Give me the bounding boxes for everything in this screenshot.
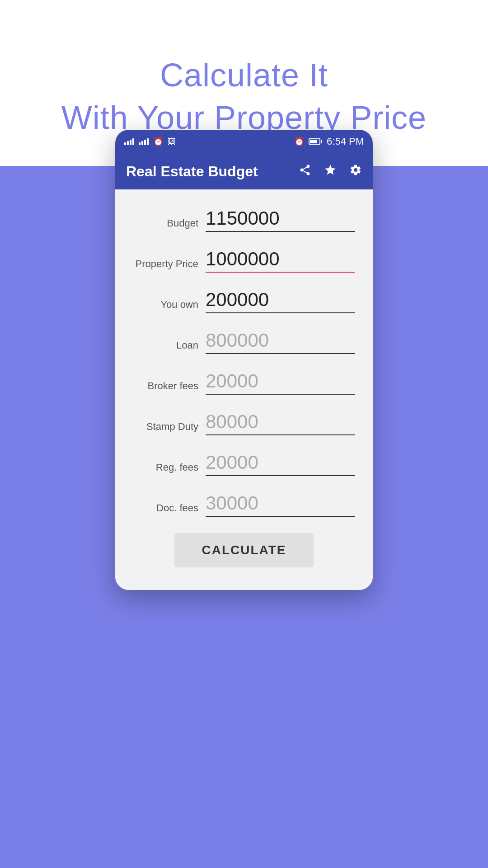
- field-input-loan: [206, 330, 355, 351]
- field-value-wrap-7: [206, 492, 355, 517]
- field-label-5: Stamp Duty: [133, 421, 206, 435]
- app-bar: Real Estate Budget: [115, 153, 373, 189]
- signal-bars-1: [124, 138, 134, 145]
- field-input-you-own[interactable]: [206, 289, 355, 311]
- field-value-wrap-2: [206, 289, 355, 313]
- share-icon[interactable]: [299, 164, 311, 179]
- status-left: ⏰ 🖼: [124, 137, 176, 146]
- alarm-icon: ⏰: [153, 137, 163, 146]
- star-icon[interactable]: [324, 164, 337, 179]
- form-row-1: Property Price: [129, 248, 359, 273]
- bottom-section: ⏰ 🖼 ⏰ 6:54 PM Real Estate Budget: [0, 166, 488, 868]
- field-input-reg.-fees: [206, 452, 355, 473]
- form-row-5: Stamp Duty: [129, 411, 359, 435]
- field-input-stamp-duty: [206, 411, 355, 433]
- field-label-4: Broker fees: [133, 380, 206, 395]
- status-bar: ⏰ 🖼 ⏰ 6:54 PM: [115, 130, 373, 153]
- field-value-wrap-5: [206, 411, 355, 435]
- headline: Calculate It With Your Property Price: [61, 54, 427, 139]
- field-value-wrap-3: [206, 330, 355, 354]
- field-input-budget[interactable]: [206, 208, 355, 229]
- field-label-7: Doc. fees: [133, 502, 206, 517]
- status-right: ⏰ 6:54 PM: [294, 136, 364, 147]
- signal-bars-2: [139, 138, 149, 145]
- form-row-0: Budget: [129, 208, 359, 232]
- field-value-wrap-4: [206, 370, 355, 395]
- settings-icon[interactable]: [349, 164, 362, 179]
- form-row-2: You own: [129, 289, 359, 313]
- field-value-wrap-0: [206, 208, 355, 232]
- field-label-3: Loan: [133, 340, 206, 354]
- calculate-button[interactable]: CALCULATE: [174, 533, 313, 567]
- field-input-property-price[interactable]: [206, 248, 355, 270]
- phone-mockup: ⏰ 🖼 ⏰ 6:54 PM Real Estate Budget: [115, 130, 373, 590]
- field-value-wrap-6: [206, 452, 355, 476]
- field-label-1: Property Price: [133, 258, 206, 273]
- field-input-doc.-fees: [206, 492, 355, 514]
- status-time: 6:54 PM: [327, 136, 364, 147]
- image-icon: 🖼: [168, 137, 176, 146]
- form-row-4: Broker fees: [129, 370, 359, 395]
- form-row-7: Doc. fees: [129, 492, 359, 517]
- app-bar-icons: [299, 164, 362, 179]
- field-label-2: You own: [133, 299, 206, 313]
- field-label-6: Reg. fees: [133, 462, 206, 476]
- app-title: Real Estate Budget: [126, 163, 290, 180]
- field-input-broker-fees: [206, 370, 355, 392]
- clock-icon: ⏰: [294, 137, 304, 146]
- form-row-3: Loan: [129, 330, 359, 354]
- content-area: BudgetProperty PriceYou ownLoanBroker fe…: [115, 189, 373, 590]
- headline-line1: Calculate It: [160, 57, 328, 93]
- battery-icon: [309, 138, 322, 145]
- field-label-0: Budget: [133, 217, 206, 232]
- form-row-6: Reg. fees: [129, 452, 359, 476]
- field-value-wrap-1: [206, 248, 355, 273]
- fields-container: BudgetProperty PriceYou ownLoanBroker fe…: [129, 208, 359, 517]
